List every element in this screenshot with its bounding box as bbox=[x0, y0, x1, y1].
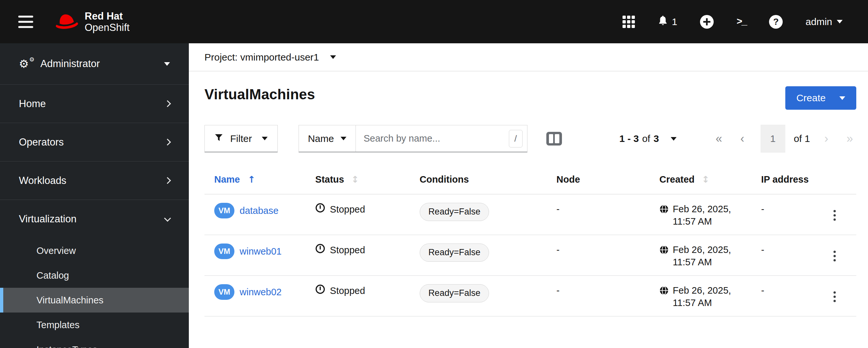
vm-ip-address: - bbox=[756, 194, 824, 235]
kebab-menu-icon[interactable] bbox=[829, 249, 840, 263]
sidebar-item-label: Workloads bbox=[19, 175, 66, 187]
brand-text: Red Hat OpenShift bbox=[85, 10, 130, 33]
globe-timestamp-icon bbox=[659, 244, 669, 268]
chevron-right-icon bbox=[164, 100, 171, 107]
stopped-icon bbox=[315, 284, 325, 297]
app-launcher-icon[interactable] bbox=[622, 15, 635, 28]
previous-page-button[interactable]: ‹ bbox=[737, 133, 747, 145]
condition-pill: Ready=False bbox=[420, 244, 489, 262]
search-input[interactable] bbox=[356, 125, 509, 152]
last-page-button[interactable]: » bbox=[843, 133, 856, 145]
vm-status: Stopped bbox=[330, 285, 365, 297]
filter-dropdown[interactable]: Filter bbox=[205, 125, 278, 152]
kebab-menu-icon[interactable] bbox=[829, 208, 840, 223]
sidebar-item-label: InstanceTypes bbox=[36, 344, 97, 348]
sidebar-item-virtualmachines[interactable]: VirtualMachines bbox=[0, 288, 189, 313]
project-selector[interactable]: Project: vmimported-user1 bbox=[205, 52, 336, 63]
keyboard-shortcut-hint: / bbox=[509, 130, 523, 148]
manage-columns-button[interactable] bbox=[546, 132, 562, 146]
chevron-down-icon bbox=[341, 137, 346, 140]
page-header: VirtualMachines Create bbox=[189, 71, 868, 110]
red-hat-fedora-icon bbox=[53, 12, 80, 32]
column-header-status[interactable]: Status ↕ bbox=[310, 166, 414, 194]
column-header-conditions: Conditions bbox=[414, 166, 551, 194]
filter-label: Filter bbox=[230, 133, 252, 144]
globe-timestamp-icon bbox=[659, 203, 669, 227]
bell-icon bbox=[658, 15, 668, 28]
stopped-icon bbox=[315, 203, 325, 216]
pagination-nav: « ‹ of 1 › » bbox=[712, 125, 856, 153]
vm-node: - bbox=[551, 194, 654, 235]
vm-table-wrap: Name ↑ Status ↕ Conditions Node bbox=[189, 153, 868, 316]
nav-toggle-button[interactable] bbox=[18, 15, 33, 28]
sidebar-item-workloads[interactable]: Workloads bbox=[0, 161, 189, 200]
vm-name-link[interactable]: winweb01 bbox=[240, 245, 282, 257]
globe-timestamp-icon bbox=[659, 284, 669, 309]
pagination-menu[interactable]: 1 - 3 of 3 bbox=[619, 133, 677, 144]
sidebar-item-label: Overview bbox=[36, 246, 76, 256]
project-selector-label: Project: vmimported-user1 bbox=[205, 52, 319, 63]
notification-count: 1 bbox=[672, 16, 678, 27]
sidebar-item-label: VirtualMachines bbox=[36, 295, 103, 306]
perspective-switcher[interactable]: ⚙ ⚙ Administrator bbox=[0, 43, 189, 85]
terminal-icon[interactable]: >_ bbox=[737, 16, 746, 27]
search-group: Name / bbox=[299, 125, 527, 152]
pagination: 1 - 3 of 3 « ‹ of 1 › » bbox=[619, 125, 856, 153]
search-attribute-dropdown[interactable]: Name bbox=[299, 125, 356, 152]
page-of-label: of 1 bbox=[794, 133, 810, 144]
vm-name-link[interactable]: winweb02 bbox=[240, 286, 282, 298]
sortable-icon: ↕ bbox=[702, 174, 709, 185]
vm-name-link[interactable]: database bbox=[240, 204, 278, 217]
vm-kind-badge: VM bbox=[214, 203, 235, 218]
chevron-right-icon bbox=[164, 139, 171, 146]
main-content: Project: vmimported-user1 VirtualMachine… bbox=[189, 43, 868, 348]
vm-kind-badge: VM bbox=[214, 284, 235, 300]
table-header-row: Name ↑ Status ↕ Conditions Node bbox=[205, 166, 856, 194]
column-header-name[interactable]: Name ↑ bbox=[205, 166, 310, 194]
brand-line-1: Red Hat bbox=[85, 10, 130, 22]
vm-created: Feb 26, 2025, 11:57 AM bbox=[673, 244, 750, 268]
sidebar-item-label: Operators bbox=[19, 136, 64, 148]
stopped-icon bbox=[315, 244, 325, 256]
vm-ip-address: - bbox=[756, 235, 824, 276]
chevron-down-icon bbox=[164, 62, 170, 66]
quick-create-icon[interactable] bbox=[700, 15, 714, 29]
create-button[interactable]: Create bbox=[785, 86, 856, 110]
vm-status: Stopped bbox=[330, 203, 365, 216]
vm-ip-address: - bbox=[756, 276, 824, 316]
user-menu[interactable]: admin bbox=[805, 16, 843, 27]
sidebar-item-operators[interactable]: Operators bbox=[0, 123, 189, 161]
sidebar-item-virtualization[interactable]: Virtualization bbox=[0, 200, 189, 238]
help-icon[interactable]: ? bbox=[769, 15, 783, 29]
sidebar-item-label: Templates bbox=[36, 320, 80, 330]
pagination-of: of bbox=[642, 133, 650, 144]
condition-pill: Ready=False bbox=[420, 284, 489, 303]
column-header-actions bbox=[824, 166, 856, 194]
sidebar-item-home[interactable]: Home bbox=[0, 85, 189, 123]
next-page-button[interactable]: › bbox=[821, 133, 832, 145]
sidebar-item-templates[interactable]: Templates bbox=[0, 313, 189, 337]
vm-created: Feb 26, 2025, 11:57 AM bbox=[673, 203, 750, 227]
chevron-down-icon bbox=[262, 137, 268, 140]
kebab-menu-icon[interactable] bbox=[829, 289, 840, 304]
notifications-button[interactable]: 1 bbox=[658, 15, 678, 28]
sidebar-item-catalog[interactable]: Catalog bbox=[0, 263, 189, 288]
project-bar: Project: vmimported-user1 bbox=[189, 43, 868, 71]
column-header-created[interactable]: Created ↕ bbox=[654, 166, 756, 194]
vm-kind-badge: VM bbox=[214, 244, 235, 259]
first-page-button[interactable]: « bbox=[712, 133, 725, 145]
create-button-label: Create bbox=[796, 92, 826, 103]
vm-status: Stopped bbox=[330, 244, 365, 256]
toolbar: Filter Name / 1 - 3 of 3 bbox=[189, 110, 868, 153]
sidebar-item-overview[interactable]: Overview bbox=[0, 238, 189, 263]
brand-logo[interactable]: Red Hat OpenShift bbox=[53, 10, 130, 33]
page-title: VirtualMachines bbox=[205, 86, 315, 102]
virtualization-subnav: Overview Catalog VirtualMachines Templat… bbox=[0, 238, 189, 348]
masthead-toolbar: 1 >_ ? admin bbox=[622, 15, 843, 29]
current-page-input[interactable] bbox=[761, 125, 785, 153]
brand-line-2: OpenShift bbox=[85, 22, 130, 33]
sidebar: ⚙ ⚙ Administrator Home Operators Workloa… bbox=[0, 43, 189, 348]
sidebar-item-instancetypes[interactable]: InstanceTypes bbox=[0, 337, 189, 348]
funnel-icon bbox=[215, 133, 223, 144]
chevron-down-icon bbox=[330, 55, 336, 59]
